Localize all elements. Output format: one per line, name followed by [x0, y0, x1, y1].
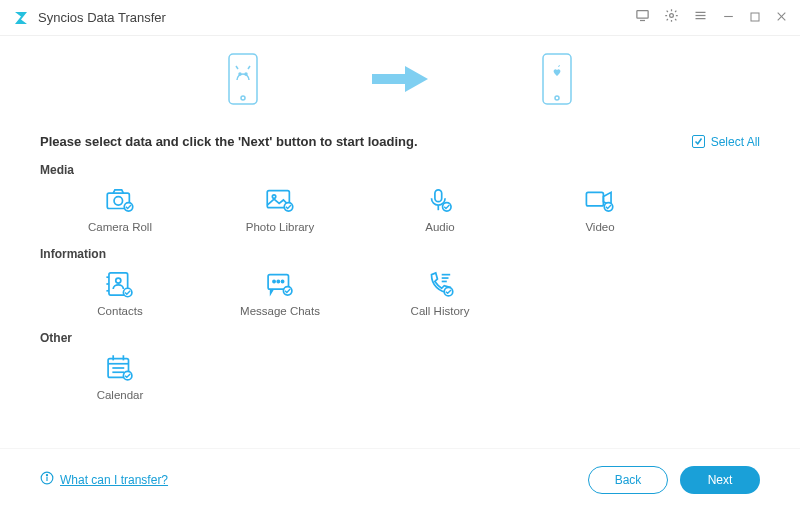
select-all-label: Select All — [711, 135, 760, 149]
section-title-information: Information — [40, 247, 760, 261]
information-grid: Contacts Message Chats Call History — [40, 267, 760, 317]
app-title: Syncios Data Transfer — [38, 10, 635, 25]
svg-point-22 — [272, 195, 275, 198]
item-call-history[interactable]: Call History — [390, 267, 490, 317]
photo-icon — [263, 183, 297, 217]
item-camera-roll[interactable]: Camera Roll — [70, 183, 170, 233]
maximize-icon[interactable] — [749, 9, 761, 27]
close-icon[interactable] — [775, 9, 788, 27]
item-label: Photo Library — [246, 221, 314, 233]
item-audio[interactable]: Audio — [390, 183, 490, 233]
item-label: Call History — [411, 305, 470, 317]
titlebar: Syncios Data Transfer — [0, 0, 800, 36]
media-grid: Camera Roll Photo Library Audio Video — [40, 183, 760, 233]
device-transfer-header — [0, 36, 800, 126]
app-logo-icon — [12, 9, 30, 27]
contacts-icon — [103, 267, 137, 301]
section-title-media: Media — [40, 163, 760, 177]
svg-point-19 — [114, 197, 123, 206]
monitor-icon[interactable] — [635, 8, 650, 27]
info-icon — [40, 471, 54, 488]
next-button[interactable]: Next — [680, 466, 760, 494]
camera-icon — [103, 183, 137, 217]
item-label: Video — [585, 221, 614, 233]
minimize-icon[interactable] — [722, 9, 735, 27]
svg-point-37 — [277, 280, 279, 282]
other-grid: Calendar — [40, 351, 760, 401]
source-device-android-icon — [226, 52, 260, 110]
item-label: Message Chats — [240, 305, 320, 317]
svg-point-2 — [670, 14, 674, 18]
svg-point-33 — [116, 278, 121, 283]
item-label: Calendar — [97, 389, 144, 401]
svg-point-36 — [273, 280, 275, 282]
content-area: Please select data and click the 'Next' … — [0, 126, 800, 401]
instruction-text: Please select data and click the 'Next' … — [40, 134, 418, 149]
item-label: Audio — [425, 221, 454, 233]
gear-icon[interactable] — [664, 8, 679, 27]
menu-icon[interactable] — [693, 8, 708, 27]
audio-icon — [423, 183, 457, 217]
window-controls — [635, 8, 788, 27]
message-icon — [263, 267, 297, 301]
item-label: Camera Roll — [88, 221, 152, 233]
svg-rect-0 — [637, 11, 648, 19]
item-calendar[interactable]: Calendar — [70, 351, 170, 401]
svg-line-15 — [248, 66, 250, 69]
svg-line-14 — [236, 66, 238, 69]
svg-point-11 — [241, 96, 245, 100]
calendar-icon — [103, 351, 137, 385]
help-link[interactable]: What can I transfer? — [60, 473, 168, 487]
item-contacts[interactable]: Contacts — [70, 267, 170, 317]
item-photo-library[interactable]: Photo Library — [230, 183, 330, 233]
item-video[interactable]: Video — [550, 183, 650, 233]
svg-point-38 — [281, 280, 283, 282]
video-icon — [583, 183, 617, 217]
select-all-checkbox[interactable]: Select All — [692, 135, 760, 149]
help-link-area: What can I transfer? — [40, 471, 168, 488]
footer: What can I transfer? Back Next — [0, 448, 800, 510]
item-label: Contacts — [97, 305, 142, 317]
call-history-icon — [423, 267, 457, 301]
svg-rect-24 — [435, 190, 442, 202]
svg-point-53 — [46, 475, 47, 476]
item-message-chats[interactable]: Message Chats — [230, 267, 330, 317]
svg-rect-7 — [751, 13, 759, 21]
svg-rect-27 — [586, 192, 603, 206]
back-button[interactable]: Back — [588, 466, 668, 494]
target-device-iphone-icon — [540, 52, 574, 110]
checkbox-icon — [692, 135, 705, 148]
svg-point-17 — [555, 96, 559, 100]
transfer-arrow-icon — [370, 64, 430, 98]
section-title-other: Other — [40, 331, 760, 345]
